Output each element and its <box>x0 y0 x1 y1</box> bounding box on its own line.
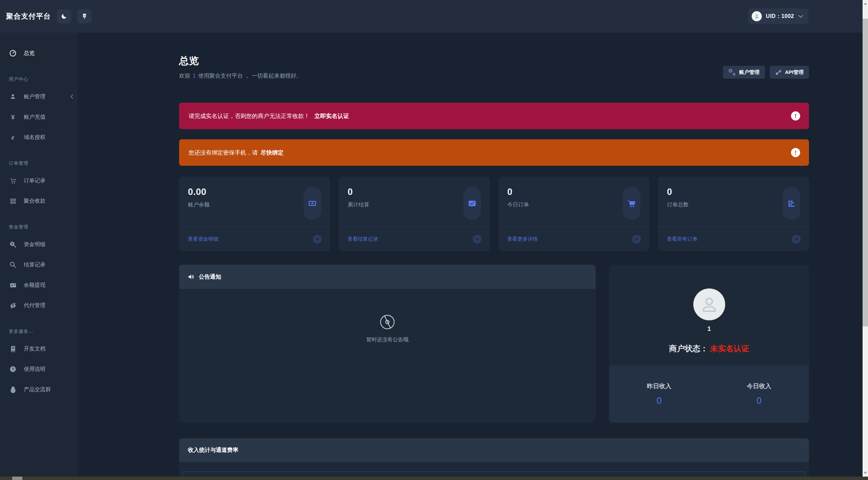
horizontal-scrollbar[interactable] <box>0 477 868 480</box>
cart-icon <box>623 187 640 220</box>
sidebar-item-label: 开发文档 <box>24 345 45 353</box>
merchant-status-line: 商户状态：未实名认证 <box>669 343 749 354</box>
view-all-orders-link[interactable]: 查看所有订单 <box>667 236 697 242</box>
sidebar-item-label: 总览 <box>24 50 35 57</box>
vertical-scrollbar[interactable] <box>863 0 868 477</box>
sidebar-item-label: 代付管理 <box>24 302 45 309</box>
skin-button[interactable] <box>77 9 92 23</box>
empty-text: 暂时还没有公告哦 <box>366 336 408 343</box>
svg-text:$: $ <box>12 242 13 245</box>
horizontal-scrollbar-thumb[interactable] <box>12 477 22 480</box>
button-label: 账户管理 <box>739 69 759 76</box>
sidebar-section-user-center: 用户中心 <box>0 72 78 86</box>
chevron-left-icon <box>70 94 73 99</box>
exclamation-circle-icon: ! <box>791 148 800 157</box>
sidebar-item-account-recharge[interactable]: ¥ 账户充值 <box>0 107 78 127</box>
status-label: 商户状态： <box>669 344 708 353</box>
arrow-circle-icon[interactable] <box>472 235 482 244</box>
sidebar-item-balance-withdraw[interactable]: 余额提现 <box>0 275 78 295</box>
stat-card-balance: 0.00 账户余额 1 查看资金明细 <box>179 177 330 251</box>
merchant-uid: 1 <box>707 325 711 333</box>
speaker-icon <box>188 274 194 280</box>
gears-icon: ⚙⚙ <box>728 69 736 76</box>
svg-text:?: ? <box>12 367 14 371</box>
theme-toggle-button[interactable] <box>57 9 71 23</box>
arrow-circle-icon[interactable] <box>313 235 322 244</box>
sidebar-item-domain-auth[interactable]: e 域名授权 <box>0 127 78 147</box>
money-transfer-icon <box>9 302 17 309</box>
realname-alert-link[interactable]: 立即实名认证 <box>314 112 349 120</box>
sidebar-item-label: 账户管理 <box>24 93 45 100</box>
app-title: 聚合支付平台 <box>6 12 51 21</box>
stat-label: 累计结算 <box>348 201 369 208</box>
sidebar: 总览 用户中心 账户管理 ¥ 账户充值 e 域名授权 订单管理 订单记录 聚合收… <box>0 33 78 477</box>
sidebar-item-settlement-records[interactable]: 结算记录 <box>0 255 78 275</box>
alert-text: 您还没有绑定密保手机，请 <box>189 149 258 157</box>
sidebar-item-overview[interactable]: 总览 <box>0 43 78 63</box>
sidebar-item-label: 订单记录 <box>24 177 45 184</box>
search-dollar-icon: $ <box>9 241 17 248</box>
sidebar-item-usage-guide[interactable]: ? 使用说明 <box>0 359 78 379</box>
today-income: 今日收入 0 <box>709 365 809 423</box>
moon-icon <box>61 13 67 20</box>
view-more-details-link[interactable]: 查看更多详情 <box>507 236 538 242</box>
scroll-down-button[interactable] <box>863 469 868 477</box>
sidebar-item-account-management[interactable]: 账户管理 <box>0 86 78 107</box>
welcome-uid: 1 <box>193 73 196 79</box>
realname-alert: 请完成实名认证，否则您的商户无法正常收款！ 立即实名认证 ! <box>179 103 809 129</box>
arrow-circle-icon[interactable] <box>632 235 641 244</box>
page-title: 总览 <box>179 54 302 68</box>
sidebar-item-product-group[interactable]: 产品交流群 <box>0 379 78 400</box>
card-icon <box>9 282 17 289</box>
view-fund-details-link[interactable]: 查看资金明细 <box>188 236 218 242</box>
merchant-avatar <box>693 288 725 320</box>
stat-value: 0.00 <box>188 187 210 197</box>
sidebar-item-fund-details[interactable]: $ 资金明细 <box>0 234 78 255</box>
sidebar-item-label: 资金明细 <box>24 241 45 248</box>
stat-card-today-orders: 0 今日订单 查看更多详情 <box>499 177 650 251</box>
bind-phone-alert-link[interactable]: 尽快绑定 <box>261 149 284 157</box>
money-bill-icon: 1 <box>304 187 321 220</box>
penguin-icon <box>9 386 17 393</box>
question-icon: ? <box>9 366 17 373</box>
welcome-prefix: 欢迎 <box>179 73 190 79</box>
bind-phone-alert: 您还没有绑定密保手机，请 尽快绑定 ! <box>179 139 809 166</box>
api-management-button[interactable]: API管理 <box>770 66 809 79</box>
search-icon <box>9 261 17 268</box>
scroll-up-button[interactable] <box>863 0 868 7</box>
stat-card-settlement: 0 累计结算 查看结算记录 <box>339 177 490 251</box>
sidebar-item-dev-docs[interactable]: 开发文档 <box>0 339 78 359</box>
view-settlement-records-link[interactable]: 查看结算记录 <box>348 236 378 242</box>
main-content: 总览 欢迎1使用聚合支付平台 ， 一切看起来都很好。 ⚙⚙ 账户管理 API管理 <box>78 33 863 477</box>
stat-label: 今日订单 <box>507 201 529 208</box>
brush-icon <box>81 13 88 20</box>
income-stats-panel: 收入统计与通道费率 <box>179 438 809 477</box>
user-icon <box>9 93 17 100</box>
panel-title: 收入统计与通道费率 <box>188 446 238 454</box>
sidebar-item-order-records[interactable]: 订单记录 <box>0 171 78 191</box>
income-chart-area <box>182 472 805 477</box>
money-check-icon <box>463 187 481 220</box>
user-menu[interactable]: UID：1002 <box>748 8 809 24</box>
cart-icon <box>9 177 17 184</box>
arrow-circle-icon[interactable] <box>792 235 801 244</box>
qrcode-icon <box>9 198 17 204</box>
welcome-suffix: 使用聚合支付平台 ， 一切看起来都很好。 <box>198 73 302 79</box>
income-value: 0 <box>756 396 761 406</box>
stat-value: 0 <box>667 187 689 197</box>
sidebar-item-label: 账户充值 <box>24 114 45 121</box>
stat-label: 账户余额 <box>188 201 210 208</box>
explorer-icon: e <box>9 134 17 141</box>
merchant-status-panel: 1 商户状态：未实名认证 昨日收入 0 今日收入 0 <box>609 265 809 423</box>
status-value: 未实名认证 <box>710 344 749 353</box>
sidebar-section-fund-management: 资金管理 <box>0 220 78 234</box>
uid-label: UID：1002 <box>766 13 794 20</box>
sidebar-item-label: 余额提现 <box>24 282 45 289</box>
vertical-scrollbar-thumb[interactable] <box>863 19 868 326</box>
user-avatar <box>752 11 762 21</box>
account-management-button[interactable]: ⚙⚙ 账户管理 <box>723 66 765 79</box>
sidebar-item-aggregate-collection[interactable]: 聚合收款 <box>0 191 78 211</box>
stat-label: 订单总数 <box>667 201 689 208</box>
stat-card-total-orders: 0 订单总数 查看所有订单 <box>658 177 809 251</box>
sidebar-item-payout-management[interactable]: 代付管理 <box>0 295 78 316</box>
